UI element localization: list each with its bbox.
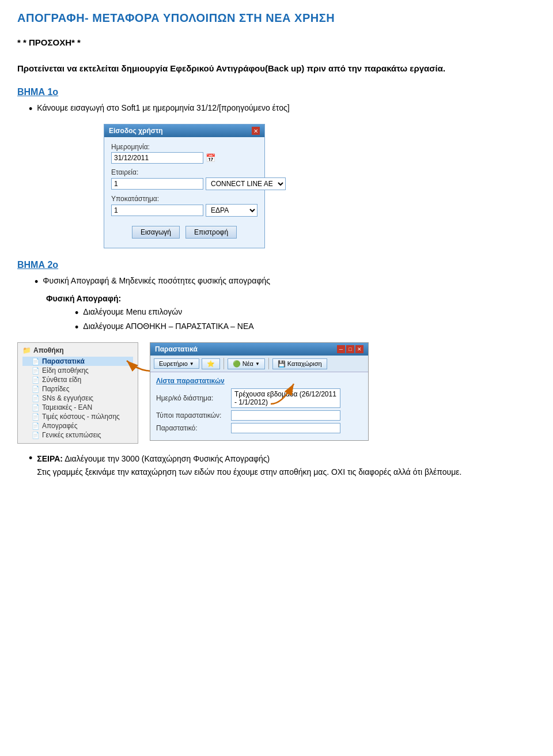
tree-item-times[interactable]: 📄 Τιμές κόστους - πώλησης <box>22 412 133 421</box>
company-select[interactable]: CONNECT LINE AE <box>206 177 286 190</box>
bullet-dot-5: • <box>29 452 32 465</box>
login-dialog: Είσοδος χρήστη ✕ Ημερομηνία: 📅 Εταιρεία: <box>104 124 265 248</box>
dialog-close-button[interactable]: ✕ <box>252 127 260 135</box>
tree-header: 📁 Αποθήκη <box>22 346 133 354</box>
company-field: Εταιρεία: CONNECT LINE AE <box>111 168 257 190</box>
toolbar-euretirío-button[interactable]: Ευρετήριο ▼ <box>154 358 199 369</box>
menu-tree-container: 📁 Αποθήκη 📄 Παραστατικά 📄 Είδη αποθήκης … <box>17 342 138 444</box>
toolbar-nea-text: Νέα <box>243 360 253 367</box>
branch-field: Υποκατάστημα: ΕΔΡΑ <box>111 195 257 217</box>
return-button[interactable]: Επιστροφή <box>185 226 237 239</box>
win-title: Παραστατικά <box>155 345 198 353</box>
tree-item-genikes[interactable]: 📄 Γενικές εκτυπώσεις <box>22 430 133 440</box>
branch-label: Υποκατάστημα: <box>111 195 257 203</box>
win-parastatiká-row: Παραστατικό: <box>156 423 362 433</box>
date-input[interactable] <box>111 152 203 164</box>
seira-label: ΣΕΙΡΑ: <box>37 454 63 463</box>
step2-description: Φυσική Απογραφή & Μηδενικές ποσότητες φυ… <box>43 276 270 285</box>
step2-bullet1: Διαλέγουμε Menu επιλογών <box>83 307 182 316</box>
toolbar-nea-label: 🟢 <box>233 360 241 368</box>
win-section-title: Λίστα παραστατικών <box>156 377 362 385</box>
toolbar-star-button[interactable]: ⭐ <box>202 358 220 369</box>
tree-item-tameiakes[interactable]: 📄 Ταμειακές - ΕΑΝ <box>22 403 133 412</box>
main-title: ΑΠΟΓΡΑΦΗ- ΜΕΤΑΦΟΡΑ ΥΠΟΛΟΙΠΩΝ ΣΤΗ ΝΕΑ ΧΡΗ… <box>17 12 536 25</box>
tree-icon-parastatiká: 📄 <box>32 358 40 365</box>
tree-icon-eidi: 📄 <box>32 367 40 375</box>
step2-sub-title: Φυσική Απογραφή: <box>46 292 536 305</box>
win-parastatiká-label: Παραστατικό: <box>156 424 231 432</box>
chevron-down-icon: ▼ <box>190 361 194 366</box>
toolbar-katachóri-label: Καταχώριση <box>287 360 322 367</box>
calendar-icon[interactable]: 📅 <box>206 153 215 162</box>
toolbar-nea-button[interactable]: 🟢 Νέα ▼ <box>228 358 265 369</box>
win-toolbar: Ευρετήριο ▼ ⭐ 🟢 Νέα ▼ 💾 Καταχώριση <box>150 356 368 372</box>
bullet-dot: • <box>29 103 32 116</box>
branch-select[interactable]: ΕΔΡΑ <box>206 204 257 217</box>
seira-description2: Στις γραμμές ξεκινάμε την καταχώρηση των… <box>37 467 461 477</box>
toolbar-euretirío-label: Ευρετήριο <box>159 360 188 367</box>
screenshots-row: 📁 Αποθήκη 📄 Παραστατικά 📄 Είδη αποθήκης … <box>17 342 536 444</box>
seira-description1: Διαλέγουμε την 3000 (Καταχώρηση Φυσικής … <box>65 454 270 463</box>
company-label: Εταιρεία: <box>111 168 257 176</box>
date-label: Ημερομηνία: <box>111 143 257 151</box>
step2-sub-bullets: • Διαλέγουμε Menu επιλογών • Διαλέγουμε … <box>75 307 536 334</box>
tree-label-sns: SNs & εγγυήσεις <box>42 394 93 402</box>
folder-icon: 📁 <box>22 346 31 354</box>
tree-icon-sns: 📄 <box>32 395 40 402</box>
tree-label-eidi: Είδη αποθήκης <box>42 366 89 375</box>
tree-icon-genikes: 📄 <box>32 432 40 439</box>
warning-line2: Προτείνεται να εκτελείται δημιουργία Εφε… <box>17 62 536 75</box>
win-buttons: ─ □ ✕ <box>337 345 363 353</box>
bullet-dot-4: • <box>75 322 78 334</box>
dialog-title: Είσοδος χρήστη <box>109 127 163 135</box>
step2-content: • Φυσική Απογραφή & Μηδενικές ποσότητες … <box>29 276 536 334</box>
tree-label-genikes: Γενικές εκτυπώσεις <box>42 431 101 439</box>
tree-item-eidi[interactable]: 📄 Είδη αποθήκης <box>22 366 133 375</box>
branch-num-input[interactable] <box>111 205 203 216</box>
tree-item-parastatiká[interactable]: 📄 Παραστατικά <box>22 357 133 366</box>
chevron-down-icon-2: ▼ <box>255 361 260 366</box>
dialog-buttons: Εισαγωγή Επιστροφή <box>111 221 257 242</box>
win-close-button[interactable]: ✕ <box>355 345 363 353</box>
company-num-input[interactable] <box>111 178 203 190</box>
warning-line1: * * ΠΡΟΣΟΧΗ* * <box>17 36 536 50</box>
menu-tree: 📁 Αποθήκη 📄 Παραστατικά 📄 Είδη αποθήκης … <box>17 342 138 444</box>
step1-title: ΒΗΜΑ 1ο <box>17 87 536 97</box>
date-field: Ημερομηνία: 📅 <box>111 143 257 164</box>
step1-content: • Κάνουμε εισαγωγή στο Soft1 με ημερομην… <box>29 103 536 116</box>
win-interval-row: Ημερ/κό διάστημα: Τρέχουσα εβδομάδα (26/… <box>156 388 362 408</box>
win-maximize-button[interactable]: □ <box>346 345 354 353</box>
win-minimize-button[interactable]: ─ <box>337 345 345 353</box>
arrow-to-nea <box>265 372 311 407</box>
step1-section: ΒΗΜΑ 1ο • Κάνουμε εισαγωγή στο Soft1 με … <box>17 87 536 249</box>
toolbar-separator-1 <box>224 358 224 369</box>
toolbar-katachóri-button[interactable]: 💾 Καταχώριση <box>272 358 327 369</box>
login-button[interactable]: Εισαγωγή <box>132 226 180 239</box>
tree-item-sns[interactable]: 📄 SNs & εγγυήσεις <box>22 394 133 403</box>
bullet-dot-2: • <box>35 276 38 289</box>
tree-item-partides[interactable]: 📄 Παρτίδες <box>22 384 133 394</box>
warning-block: * * ΠΡΟΣΟΧΗ* * Προτείνεται να εκτελείται… <box>17 36 536 75</box>
bullet-dot-3: • <box>75 307 78 320</box>
tree-item-syntheta[interactable]: 📄 Σύνθετα είδη <box>22 375 133 384</box>
parastatiká-window: Παραστατικά ─ □ ✕ Ευρετήριο ▼ ⭐ 🟢 <box>150 342 369 441</box>
parastatiká-window-container: Παραστατικά ─ □ ✕ Ευρετήριο ▼ ⭐ 🟢 <box>150 342 369 441</box>
dialog-title-bar: Είσοδος χρήστη ✕ <box>104 124 264 137</box>
tree-label-syntheta: Σύνθετα είδη <box>42 376 81 384</box>
win-types-value <box>231 410 340 421</box>
login-dialog-container: Είσοδος χρήστη ✕ Ημερομηνία: 📅 Εταιρεία: <box>104 124 536 248</box>
dialog-body: Ημερομηνία: 📅 Εταιρεία: CONNECT LINE AE <box>104 137 264 248</box>
win-title-bar: Παραστατικά ─ □ ✕ <box>150 343 368 356</box>
win-body: Λίστα παραστατικών Ημερ/κό διάστημα: Τρέ… <box>150 372 368 440</box>
seira-section: • ΣΕΙΡΑ: Διαλέγουμε την 3000 (Καταχώρηση… <box>29 452 536 478</box>
tree-label-times: Τιμές κόστους - πώλησης <box>42 413 120 421</box>
tree-icon-tameiakes: 📄 <box>32 404 40 411</box>
tree-icon-partides: 📄 <box>32 385 40 393</box>
tree-item-apografes[interactable]: 📄 Απογραφές <box>22 421 133 430</box>
win-types-row: Τύποι παραστατικών: <box>156 410 362 421</box>
step2-section: ΒΗΜΑ 2ο • Φυσική Απογραφή & Μηδενικές πο… <box>17 260 536 478</box>
step1-description: Κάνουμε εισαγωγή στο Soft1 με ημερομηνία… <box>37 103 289 112</box>
tree-icon-apografes: 📄 <box>32 422 40 430</box>
tree-label-tameiakes: Ταμειακές - ΕΑΝ <box>42 403 92 411</box>
seira-text: ΣΕΙΡΑ: Διαλέγουμε την 3000 (Καταχώρηση Φ… <box>37 452 461 478</box>
